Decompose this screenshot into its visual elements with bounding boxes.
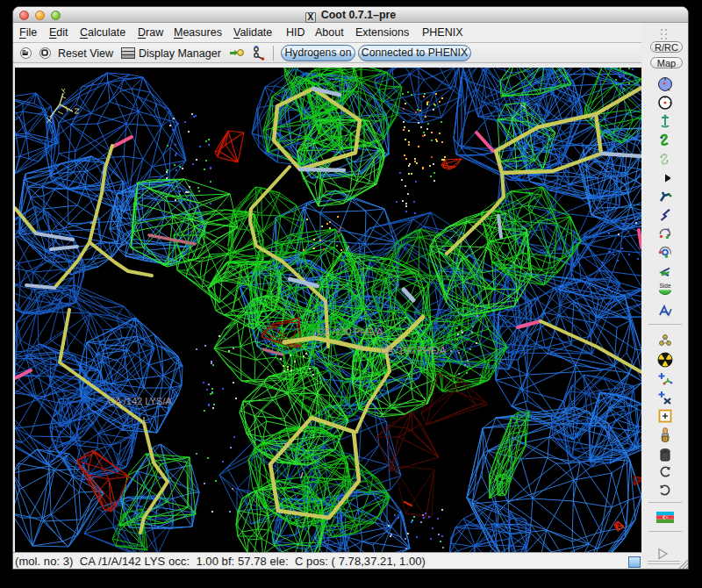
svg-text:CZ /130 PHE/A: CZ /130 PHE/A: [317, 326, 383, 337]
svg-text:CA /142 LYS/A: CA /142 LYS/A: [108, 396, 172, 406]
svg-text:Side: Side: [659, 283, 670, 289]
svg-text:CA /100 PHE/A: CA /100 PHE/A: [380, 345, 447, 355]
